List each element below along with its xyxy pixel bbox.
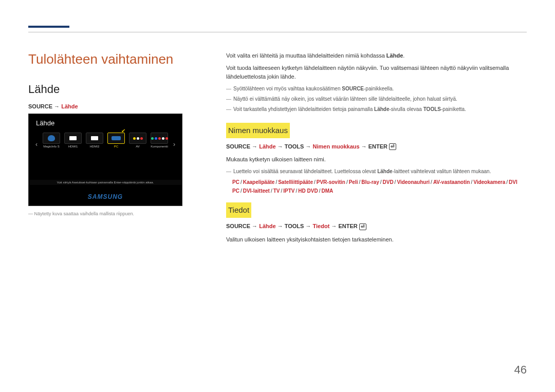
subheading-lahde: Lähde [28, 83, 206, 96]
left-column: Tulolähteen vaihtaminen Lähde SOURCE → L… [28, 51, 206, 247]
bc-part: ENTER [368, 143, 387, 150]
dash-note-3: Voit tarkastella yhdistettyjen lähdelait… [226, 105, 527, 114]
bc-part: SOURCE [226, 143, 250, 150]
inline-bold: Lähde [374, 106, 389, 112]
device-list: PC/Kaapelipääte/Satelliittipääte/PVR-sov… [226, 178, 527, 195]
source-label: HDMI2 [84, 145, 105, 148]
source-icon [129, 133, 146, 144]
section-heading-tiedot: Tiedot [226, 202, 251, 218]
device-item: DMA [321, 188, 333, 194]
device-item: Peli [349, 179, 358, 185]
nav-right-icon[interactable]: › [172, 133, 177, 148]
device-item: IPTV [283, 188, 294, 194]
dash-note-2: Näyttö ei välttämättä näy oikein, jos va… [226, 95, 527, 103]
source-icon: ✔ [107, 133, 125, 144]
device-item: Videonauhuri [397, 179, 430, 185]
sec1-dash-note: Luettelo voi sisältää seuraavat lähdelai… [226, 167, 527, 176]
device-item: Kaapelipääte [243, 179, 275, 185]
bc-arrow: → [329, 223, 338, 229]
screenshot-footnote: ― Näytetty kuva saattaa vaihdella mallis… [28, 211, 206, 216]
dash-note-1: Syöttölähteen voi myös vaihtaa kaukosäät… [226, 85, 527, 93]
page-body: Tulolähteen vaihtaminen Lähde SOURCE → L… [0, 0, 555, 247]
device-item: TV [273, 188, 280, 194]
text: Voit tarkastella yhdistettyjen lähdelait… [233, 106, 374, 112]
source-item-pc[interactable]: ✔PC [106, 133, 126, 148]
source-icon [64, 133, 82, 144]
sec2-text: Valitun ulkoisen laitteen yksityiskohtai… [226, 235, 527, 245]
text: Luettelo voi sisältää seuraavat lähdelai… [233, 169, 377, 174]
samsung-logo: SAMSUNG [29, 193, 182, 200]
bc-arrow: → [276, 143, 285, 150]
device-item: PC [232, 179, 239, 185]
tv-screenshot: Lähde ‹ MagicInfo SHDMI1HDMI2✔PCAVKompon… [28, 114, 182, 206]
bc-arrow: → [276, 223, 285, 229]
text: Syöttölähteen voi myös vaihtaa kaukosäät… [233, 86, 342, 91]
separator: / [239, 188, 243, 194]
separator: / [239, 179, 243, 185]
breadcrumb-nimen-muokkaus: SOURCE → Lähde → TOOLS → Nimen muokkaus … [226, 142, 527, 152]
source-icon [86, 133, 103, 144]
bc-arrow: → [304, 223, 312, 229]
device-item: AV-vastaanotin [433, 179, 470, 185]
bc-part: SOURCE [226, 223, 250, 229]
bc-arrow: → [304, 143, 312, 150]
bc-arrow: → [360, 143, 368, 150]
separator: / [430, 179, 433, 185]
text: . [403, 52, 404, 59]
enter-icon: ⏎ [359, 223, 366, 230]
device-item: Videokamera [473, 179, 505, 185]
text: Voit valita eri lähteitä ja muuttaa lähd… [226, 52, 386, 59]
separator: / [505, 179, 509, 185]
breadcrumb-tiedot: SOURCE → Lähde → TOOLS → Tiedot → ENTER … [226, 222, 527, 231]
device-item: Blu-ray [361, 179, 379, 185]
inline-bold: TOOLS [423, 106, 441, 112]
header-accent [28, 26, 69, 28]
bc-part-red: Lähde [259, 223, 275, 229]
inline-bold: Lähde [377, 169, 392, 174]
source-item-komponentti[interactable]: Komponentti [149, 133, 170, 148]
text: -painikkeella. [364, 86, 394, 91]
header-rule [28, 32, 527, 32]
bc-part: ENTER [338, 223, 357, 229]
tv-screenshot-title: Lähde [36, 119, 54, 127]
source-items: MagicInfo SHDMI1HDMI2✔PCAVKomponentti [41, 133, 170, 148]
source-label: Komponentti [149, 145, 170, 148]
footnote-text: Näytetty kuva saattaa vaihdella mallista… [34, 211, 135, 216]
source-item-av[interactable]: AV [127, 133, 148, 148]
source-strip: ‹ MagicInfo SHDMI1HDMI2✔PCAVKomponentti … [34, 133, 177, 148]
enter-icon: ⏎ [389, 143, 396, 150]
bc-part-red: Tiedot [313, 223, 330, 229]
source-icon [43, 133, 60, 144]
source-label: MagicInfo S [41, 145, 62, 148]
breadcrumb-source: SOURCE → Lähde [28, 103, 206, 109]
text: -sivulla olevaa [390, 106, 423, 112]
text: Näyttö ei välttämättä näy oikein, jos va… [233, 95, 457, 103]
bc-part: TOOLS [285, 143, 304, 150]
source-icon [151, 133, 168, 144]
source-item-hdmi2[interactable]: HDMI2 [84, 133, 105, 148]
bc-part-red: Nimen muokkaus [313, 143, 360, 150]
bc-part-red: Lähde [259, 143, 275, 150]
source-label: AV [127, 145, 148, 148]
bc-arrow: → [250, 143, 259, 150]
device-item: DVI-laitteet [243, 188, 270, 194]
nav-left-icon[interactable]: ‹ [34, 133, 39, 148]
bc-arrow: → [250, 223, 259, 229]
page-number: 46 [514, 363, 527, 377]
device-item: Satelliittipääte [278, 179, 313, 185]
check-icon: ✔ [121, 128, 125, 134]
device-item: DVD [382, 179, 393, 185]
page-title: Tulolähteen vaihtaminen [28, 51, 206, 67]
section-heading-nimen-muokkaus: Nimen muokkaus [226, 123, 290, 138]
source-label: HDMI1 [63, 145, 83, 148]
source-item-magicinfo-s[interactable]: MagicInfo S [41, 133, 62, 148]
inline-bold: SOURCE [342, 86, 364, 91]
text: -painiketta. [441, 106, 466, 112]
source-label: PC [106, 145, 126, 148]
inline-bold: Lähde [386, 52, 403, 59]
breadcrumb-part-target: Lähde [61, 103, 78, 109]
breadcrumb-part-source: SOURCE [28, 103, 52, 109]
breadcrumb-arrow: → [52, 103, 61, 109]
separator: / [313, 179, 317, 185]
source-item-hdmi1[interactable]: HDMI1 [63, 133, 83, 148]
